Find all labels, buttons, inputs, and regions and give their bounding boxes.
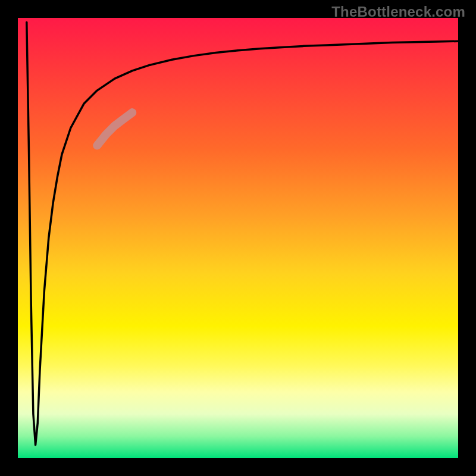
plot-area bbox=[18, 18, 458, 458]
curve-layer bbox=[18, 18, 458, 458]
highlight-segment bbox=[97, 112, 132, 146]
main-curve bbox=[27, 22, 458, 444]
watermark-text: TheBottleneck.com bbox=[331, 4, 465, 20]
chart-frame: TheBottleneck.com bbox=[0, 0, 476, 476]
